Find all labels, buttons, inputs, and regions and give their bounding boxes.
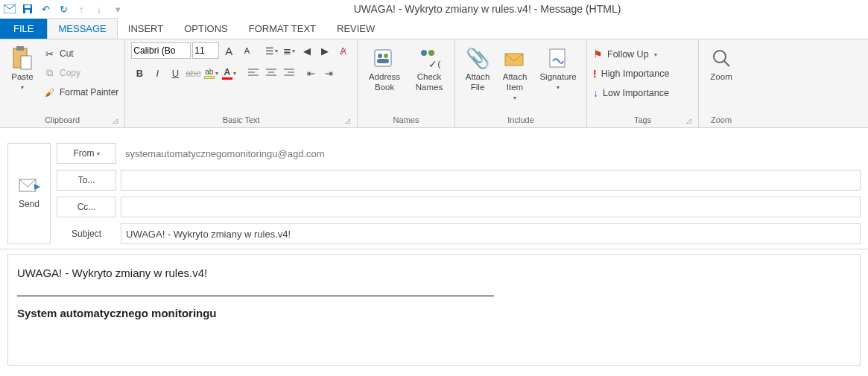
qat-customize-icon[interactable]: ▾ — [111, 2, 124, 16]
shrink-font-button[interactable]: A — [238, 42, 255, 59]
grow-font-button[interactable]: A — [221, 42, 237, 59]
svg-point-20 — [421, 50, 427, 56]
tab-format-text[interactable]: FORMAT TEXT — [238, 19, 326, 39]
group-label-clipboard: Clipboard — [45, 115, 80, 124]
message-body[interactable]: UWAGA! - Wykryto zmiany w rules.v4! Syst… — [7, 254, 861, 366]
cc-field[interactable] — [121, 197, 861, 217]
group-label-basictext: Basic Text — [223, 115, 260, 124]
numbering-button[interactable]: ≣▾ — [281, 42, 297, 59]
svg-point-21 — [428, 50, 434, 56]
svg-rect-6 — [21, 56, 31, 69]
send-icon — [18, 178, 40, 193]
svg-rect-2 — [25, 5, 31, 8]
tab-review[interactable]: REVIEW — [326, 19, 385, 39]
chevron-down-icon: ▾ — [654, 51, 657, 58]
paste-button[interactable]: Paste ▾ — [6, 42, 39, 91]
font-name-select[interactable] — [131, 42, 191, 59]
undo-icon[interactable]: ↶ — [39, 2, 52, 16]
signature-button[interactable]: Signature ▾ — [536, 42, 580, 91]
tab-insert[interactable]: INSERT — [118, 19, 174, 39]
signature-text: System automatycznego monitoringu — [17, 307, 851, 319]
clipboard-dialog-launcher-icon[interactable]: ◿ — [111, 117, 118, 124]
signature-separator — [17, 296, 494, 296]
tags-dialog-launcher-icon[interactable]: ◿ — [685, 117, 692, 124]
svg-text:✓@: ✓@ — [428, 58, 440, 69]
svg-line-26 — [724, 61, 729, 66]
basictext-dialog-launcher-icon[interactable]: ◿ — [343, 117, 351, 124]
decrease-indent-button[interactable]: ⇤ — [302, 65, 319, 81]
strikethrough-button[interactable]: abc — [185, 65, 201, 81]
from-field[interactable] — [121, 143, 861, 164]
save-icon[interactable] — [21, 2, 34, 16]
italic-button[interactable]: I — [149, 65, 165, 81]
body-line-1: UWAGA! - Wykryto zmiany w rules.v4! — [17, 267, 851, 279]
group-label-include: Include — [507, 115, 533, 124]
attach-file-button[interactable]: 📎 Attach File — [461, 42, 494, 93]
chevron-down-icon: ▾ — [95, 150, 99, 157]
copy-icon: ⧉ — [43, 67, 55, 79]
svg-rect-5 — [16, 46, 24, 51]
signature-icon — [547, 44, 569, 72]
low-importance-button[interactable]: ↓ Low Importance — [593, 84, 669, 102]
check-names-icon: ✓@ — [418, 44, 440, 72]
tab-file[interactable]: FILE — [0, 19, 47, 39]
bold-button[interactable]: B — [131, 65, 148, 81]
prev-icon: ↑ — [75, 2, 88, 16]
svg-rect-3 — [25, 10, 30, 13]
redo-icon[interactable]: ↻ — [57, 2, 70, 16]
align-center-button[interactable] — [263, 65, 279, 81]
cut-icon: ✂ — [43, 48, 55, 60]
flag-icon: ⚑ — [593, 48, 603, 60]
address-book-button[interactable]: Address Book — [364, 42, 405, 93]
cc-button[interactable]: Cc... — [57, 197, 116, 217]
to-button[interactable]: To... — [57, 170, 116, 191]
tab-message[interactable]: MESSAGE — [47, 18, 117, 39]
attach-item-button[interactable]: Attach Item ▾ — [498, 42, 531, 101]
chevron-down-icon: ▾ — [513, 95, 516, 101]
svg-rect-24 — [550, 49, 565, 67]
paste-icon — [12, 44, 33, 72]
group-label-names: Names — [393, 115, 419, 124]
indent-toggle[interactable]: ▶ — [317, 42, 333, 59]
align-right-button[interactable] — [281, 65, 297, 81]
svg-point-18 — [384, 54, 388, 58]
low-importance-icon: ↓ — [593, 87, 598, 99]
group-label-tags: Tags — [634, 115, 651, 124]
svg-rect-19 — [377, 59, 389, 63]
zoom-button[interactable]: Zoom — [705, 42, 738, 83]
attach-item-icon — [504, 44, 526, 72]
check-names-button[interactable]: ✓@ Check Names — [410, 42, 449, 93]
paperclip-icon: 📎 — [466, 44, 490, 72]
high-importance-icon: ! — [593, 68, 597, 80]
highlight-button[interactable]: ab▾ — [203, 65, 219, 81]
cut-button[interactable]: ✂ Cut — [43, 45, 118, 62]
align-left-button[interactable] — [245, 65, 262, 81]
window-title: UWAGA! - Wykryto zmiany w rules.v4! - Me… — [124, 3, 865, 15]
bullets-button[interactable]: ☰▾ — [263, 42, 279, 59]
format-painter-button[interactable]: 🖌 Format Painter — [43, 84, 118, 101]
chevron-down-icon: ▾ — [21, 84, 24, 91]
subject-label: Subject — [57, 229, 116, 239]
svg-rect-16 — [375, 50, 391, 66]
font-size-select[interactable] — [192, 42, 219, 59]
address-book-icon — [373, 44, 396, 72]
high-importance-button[interactable]: ! High Importance — [593, 65, 669, 83]
clear-formatting-button[interactable]: A̷ — [335, 42, 351, 59]
window-icon — [3, 2, 16, 16]
tab-options[interactable]: OPTIONS — [174, 19, 238, 39]
send-button[interactable]: Send — [7, 143, 51, 244]
font-color-button[interactable]: A▾ — [221, 65, 237, 81]
subject-field[interactable] — [121, 223, 861, 244]
from-button[interactable]: From ▾ — [57, 143, 116, 164]
copy-button[interactable]: ⧉ Copy — [43, 65, 118, 81]
follow-up-button[interactable]: ⚑ Follow Up ▾ — [593, 45, 657, 63]
zoom-icon — [711, 44, 732, 72]
svg-point-17 — [378, 54, 382, 58]
to-field[interactable] — [121, 170, 861, 191]
group-label-zoom: Zoom — [711, 115, 732, 124]
underline-button[interactable]: U — [167, 65, 183, 81]
outdent-toggle[interactable]: ◀ — [299, 42, 315, 59]
increase-indent-button[interactable]: ⇥ — [320, 65, 337, 81]
next-icon: ↓ — [92, 2, 106, 16]
svg-point-25 — [714, 51, 726, 63]
